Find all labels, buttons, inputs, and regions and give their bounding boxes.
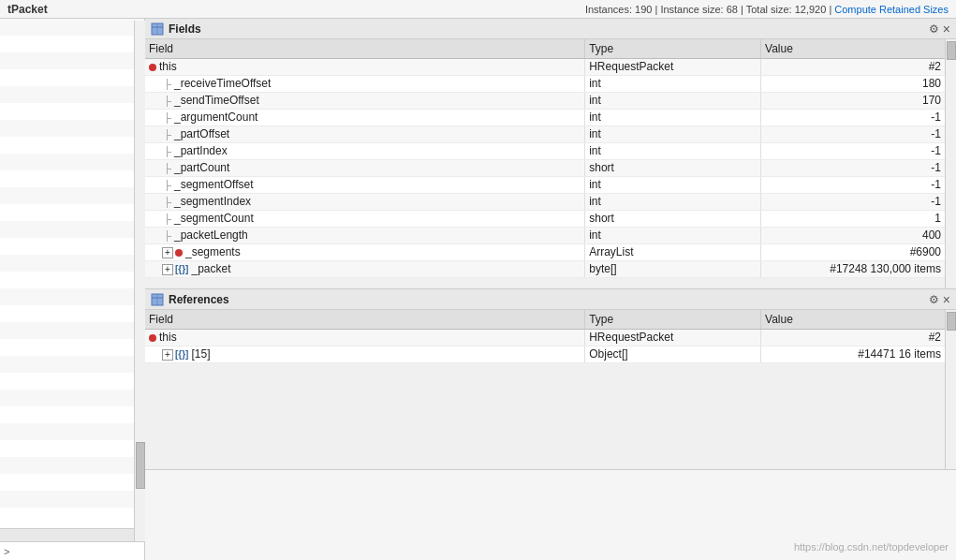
fields-panel: Fields ⚙ × Field Type Value: [145, 19, 956, 289]
stats-bar: Instances: 190 | Instance size: 68 | Tot…: [585, 4, 949, 15]
type-cell: ArrayList: [585, 243, 761, 260]
table-row[interactable]: _segmentOffsetint-1: [145, 176, 945, 193]
value-cell: -1: [761, 125, 945, 142]
refs-table: Field Type Value thisHRequestPacket#2+[{…: [145, 310, 945, 363]
table-row[interactable]: +[{}]_packetbyte[]#17248 130,000 items: [145, 260, 945, 277]
sidebar-row: [0, 322, 144, 339]
field-name: _segments: [185, 245, 241, 258]
refs-table-scroll[interactable]: Field Type Value thisHRequestPacket#2+[{…: [145, 310, 945, 469]
table-row[interactable]: +[{}][15]Object[]#14471 16 items: [145, 346, 945, 362]
table-row[interactable]: _partIndexint-1: [145, 142, 945, 159]
sidebar-row: [0, 305, 144, 322]
sidebar-row: [0, 238, 144, 255]
compute-retained-link[interactable]: Compute Retained Sizes: [834, 4, 949, 15]
sidebar-row: [0, 36, 144, 52]
sidebar-row: [0, 390, 144, 406]
table-row[interactable]: _segmentCountshort1: [145, 210, 945, 227]
sidebar-row: [0, 457, 144, 474]
field-name: _segmentIndex: [174, 195, 251, 208]
value-cell: 180: [761, 75, 945, 92]
tree-line-icon: [162, 146, 172, 157]
field-cell: _segmentOffset: [145, 176, 585, 193]
table-row[interactable]: thisHRequestPacket#2: [145, 58, 945, 75]
field-name: _sendTimeOffset: [174, 94, 259, 107]
type-cell: int: [585, 75, 761, 92]
expand-button[interactable]: +: [162, 247, 173, 258]
fields-col-field: Field: [145, 39, 585, 58]
refs-scrollbar-thumb[interactable]: [947, 312, 956, 331]
sidebar-scrollbar-v[interactable]: [134, 21, 145, 541]
object-dot-icon: [149, 334, 156, 342]
sidebar-row: [0, 255, 144, 272]
tree-line-icon: [162, 180, 172, 191]
field-cell: +[{}][15]: [145, 346, 585, 362]
type-cell: int: [585, 142, 761, 159]
right-panels: Fields ⚙ × Field Type Value: [145, 19, 956, 560]
refs-panel-header: References ⚙ ×: [145, 289, 956, 310]
refs-close-button[interactable]: ×: [943, 293, 950, 306]
field-cell: _partOffset: [145, 125, 585, 142]
fields-scrollbar-thumb[interactable]: [947, 41, 956, 60]
type-cell: int: [585, 109, 761, 125]
field-cell: _partCount: [145, 159, 585, 176]
table-row[interactable]: _receiveTimeOffsetint180: [145, 75, 945, 92]
table-row[interactable]: +_segmentsArrayList#6900: [145, 243, 945, 260]
top-bar: tPacket Instances: 190 | Instance size: …: [0, 0, 956, 19]
window-title: tPacket: [7, 3, 48, 16]
value-cell: -1: [761, 176, 945, 193]
field-name: _argumentCount: [174, 111, 257, 124]
fields-col-type: Type: [585, 39, 761, 58]
sidebar-row: [0, 221, 144, 238]
table-row[interactable]: _partOffsetint-1: [145, 125, 945, 142]
instances-stats: Instances: 190 | Instance size: 68 | Tot…: [585, 4, 831, 15]
refs-col-value: Value: [761, 310, 945, 329]
fields-panel-title: Fields: [169, 22, 201, 36]
refs-settings-icon[interactable]: ⚙: [929, 293, 939, 306]
table-row[interactable]: _packetLengthint400: [145, 227, 945, 243]
refs-panel: References ⚙ × Field Type Value: [145, 289, 956, 470]
sidebar-row: [0, 272, 144, 288]
fields-scrollbar-v[interactable]: [945, 39, 956, 288]
watermark: https://blog.csdn.net/topdeveloper: [794, 541, 949, 553]
sidebar-row: [0, 440, 144, 457]
sidebar-scrollbar-h[interactable]: [0, 528, 144, 541]
value-cell: 1: [761, 210, 945, 227]
refs-table-wrapper: Field Type Value thisHRequestPacket#2+[{…: [145, 310, 956, 469]
sidebar-row: [0, 19, 144, 36]
type-cell: short: [585, 159, 761, 176]
field-name: _partOffset: [174, 127, 229, 140]
expand-button[interactable]: +: [162, 264, 173, 275]
object-dot-icon: [149, 64, 156, 71]
value-cell: -1: [761, 109, 945, 125]
type-cell: short: [585, 210, 761, 227]
object-dot-icon: [175, 249, 183, 257]
field-cell: _segmentCount: [145, 210, 585, 227]
tree-line-icon: [162, 197, 172, 208]
sidebar-row: [0, 339, 144, 356]
type-cell: int: [585, 125, 761, 142]
sidebar-row: [0, 373, 144, 390]
fields-table-scroll[interactable]: Field Type Value thisHRequestPacket#2_re…: [145, 39, 945, 288]
fields-close-button[interactable]: ×: [943, 22, 950, 36]
field-name: _segmentOffset: [174, 178, 254, 191]
table-row[interactable]: _sendTimeOffsetint170: [145, 92, 945, 109]
field-cell: _packetLength: [145, 227, 585, 243]
tree-line-icon: [162, 96, 172, 107]
sidebar-content[interactable]: [0, 19, 144, 528]
refs-scrollbar-v[interactable]: [945, 310, 956, 469]
refs-panel-header-left: References: [151, 293, 229, 306]
main-layout: > Fields ⚙ ×: [0, 19, 956, 560]
value-cell: -1: [761, 142, 945, 159]
table-row[interactable]: _segmentIndexint-1: [145, 193, 945, 210]
table-row[interactable]: _argumentCountint-1: [145, 109, 945, 125]
expand-button[interactable]: +: [162, 349, 173, 361]
sidebar-row: [0, 170, 144, 187]
sidebar-scrollbar-thumb[interactable]: [136, 442, 145, 489]
fields-panel-header: Fields ⚙ ×: [145, 19, 956, 39]
fields-settings-icon[interactable]: ⚙: [929, 22, 939, 36]
sidebar-row: [0, 356, 144, 373]
table-row[interactable]: thisHRequestPacket#2: [145, 329, 945, 346]
table-row[interactable]: _partCountshort-1: [145, 159, 945, 176]
sidebar-row: [0, 52, 144, 69]
type-cell: byte[]: [585, 260, 761, 277]
